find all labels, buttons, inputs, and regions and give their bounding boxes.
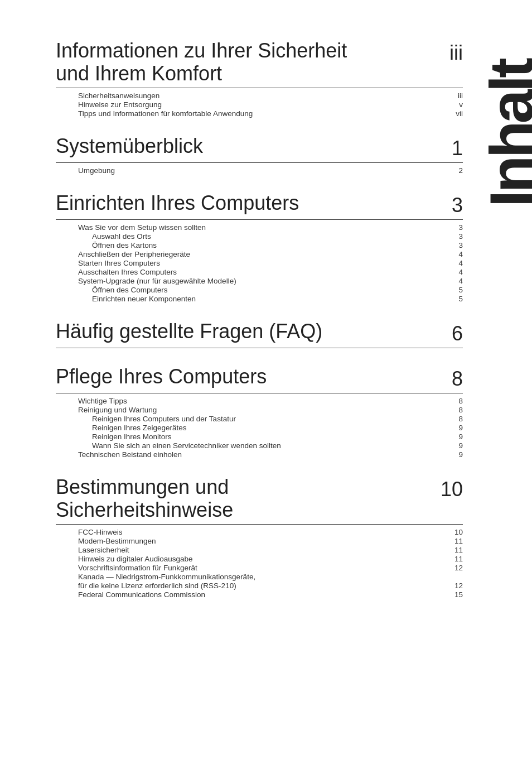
section-setup-page: 3 xyxy=(452,191,463,217)
list-item: Technischen Beistand einholen9 xyxy=(56,450,463,459)
sub-item-text: Wichtige Tipps xyxy=(56,397,127,405)
sub-item-page: 3 xyxy=(458,232,463,241)
section-regulations-page: 10 xyxy=(441,475,463,501)
sub-item-page: 4 xyxy=(458,250,463,258)
sub-item-text: Einrichten neuer Komponenten xyxy=(56,295,196,303)
list-item: Einrichten neuer Komponenten5 xyxy=(56,295,463,303)
list-item: System-Upgrade (nur für ausgewählte Mode… xyxy=(56,277,463,285)
sub-item-page: 15 xyxy=(454,590,463,599)
list-item: Sicherheitsanweisungeniii xyxy=(56,92,463,100)
list-item: für die keine Lizenz erforderlich sind (… xyxy=(56,582,463,590)
section-regulations-title: Bestimmungen undSicherheitshinweise xyxy=(56,475,233,522)
sub-item-page: 9 xyxy=(458,433,463,441)
section-safety-header: Informationen zu Ihrer Sicherheitund Ihr… xyxy=(56,39,463,88)
sub-item-page: 11 xyxy=(454,555,463,563)
list-item: Öffnen des Computers5 xyxy=(56,286,463,294)
inhalt-label: Inhalt xyxy=(481,60,533,207)
sub-item-text: Hinweise zur Entsorgung xyxy=(56,100,162,109)
sub-item-page: 5 xyxy=(458,295,463,303)
section-safety-subitems: SicherheitsanweisungeniiiHinweise zur En… xyxy=(56,92,463,118)
sub-item-text: Auswahl des Orts xyxy=(56,232,151,241)
sub-item-page: 10 xyxy=(454,528,463,536)
sub-item-text: Modem-Bestimmungen xyxy=(56,537,156,545)
sub-item-page: 8 xyxy=(458,415,463,423)
sub-item-text: Wann Sie sich an einen Servicetechniker … xyxy=(56,441,281,450)
list-item: Wichtige Tipps8 xyxy=(56,397,463,405)
side-label: Inhalt xyxy=(490,22,532,246)
sub-item-text: System-Upgrade (nur für ausgewählte Mode… xyxy=(56,277,236,285)
list-item: Reinigen Ihres Zeigegerätes9 xyxy=(56,424,463,432)
sub-item-page: 8 xyxy=(458,406,463,414)
section-faq-title: Häufig gestellte Fragen (FAQ) xyxy=(56,320,322,343)
list-item: Reinigung und Wartung8 xyxy=(56,406,463,414)
section-system-subitems: Umgebung2 xyxy=(56,166,463,175)
section-safety: Informationen zu Ihrer Sicherheitund Ihr… xyxy=(56,39,463,118)
sub-item-text: Anschließen der Peripheriegeräte xyxy=(56,250,190,258)
section-safety-page: iii xyxy=(449,39,463,65)
list-item: Tipps und Informationen für komfortable … xyxy=(56,109,463,118)
list-item: Auswahl des Orts3 xyxy=(56,232,463,241)
section-system-title: Systemüberblick xyxy=(56,134,203,157)
page-container: Inhalt Informationen zu Ihrer Sicherheit… xyxy=(0,0,532,764)
list-item: Reinigen Ihres Computers und der Tastatu… xyxy=(56,415,463,423)
sub-item-page: 3 xyxy=(458,241,463,249)
sub-item-text: für die keine Lizenz erforderlich sind (… xyxy=(56,582,236,590)
section-system-page: 1 xyxy=(452,134,463,160)
section-system: Systemüberblick1Umgebung2 xyxy=(56,134,463,175)
sub-item-text: Öffnen des Computers xyxy=(56,286,168,294)
list-item: Ausschalten Ihres Computers4 xyxy=(56,268,463,276)
sub-item-text: Öffnen des Kartons xyxy=(56,241,157,249)
section-care-page: 8 xyxy=(452,365,463,391)
section-setup: Einrichten Ihres Computers3Was Sie vor d… xyxy=(56,191,463,303)
sub-item-text: Kanada — Niedrigstrom-Funkkommunikations… xyxy=(56,573,255,581)
sub-item-page: 8 xyxy=(458,397,463,405)
sub-item-page: 4 xyxy=(458,277,463,285)
sub-item-page: 4 xyxy=(458,268,463,276)
section-care: Pflege Ihres Computers8Wichtige Tipps8Re… xyxy=(56,365,463,459)
list-item: Starten Ihres Computers4 xyxy=(56,259,463,267)
sub-item-page: 9 xyxy=(458,424,463,432)
sub-item-page: 3 xyxy=(458,223,463,232)
sub-item-page: 9 xyxy=(458,441,463,450)
section-safety-title: Informationen zu Ihrer Sicherheitund Ihr… xyxy=(56,39,347,85)
sub-item-text: Vorschriftsinformation für Funkgerät xyxy=(56,564,197,572)
sub-item-page: 12 xyxy=(454,582,463,590)
section-faq-header: Häufig gestellte Fragen (FAQ)6 xyxy=(56,320,463,348)
list-item: Hinweis zu digitaler Audioausgabe11 xyxy=(56,555,463,563)
sub-item-text: Reinigung und Wartung xyxy=(56,406,157,414)
sub-item-text: Lasersicherheit xyxy=(56,546,129,554)
list-item: Federal Communications Commission15 xyxy=(56,590,463,599)
sub-item-text: Reinigen Ihres Monitors xyxy=(56,433,172,441)
sub-item-text: Ausschalten Ihres Computers xyxy=(56,268,177,276)
section-care-header: Pflege Ihres Computers8 xyxy=(56,365,463,393)
sub-item-text: Federal Communications Commission xyxy=(56,590,205,599)
sub-item-page: vii xyxy=(456,109,463,118)
list-item: Reinigen Ihres Monitors9 xyxy=(56,433,463,441)
sub-item-page: v xyxy=(459,100,463,109)
sub-item-page: 9 xyxy=(458,450,463,459)
sub-item-text: Umgebung xyxy=(56,166,115,175)
section-regulations: Bestimmungen undSicherheitshinweise10FCC… xyxy=(56,475,463,599)
list-item: Hinweise zur Entsorgungv xyxy=(56,100,463,109)
sub-item-text: Hinweis zu digitaler Audioausgabe xyxy=(56,555,193,563)
sub-item-text: FCC-Hinweis xyxy=(56,528,123,536)
section-regulations-header: Bestimmungen undSicherheitshinweise10 xyxy=(56,475,463,525)
list-item: Anschließen der Peripheriegeräte4 xyxy=(56,250,463,258)
sub-item-page: 4 xyxy=(458,259,463,267)
section-setup-subitems: Was Sie vor dem Setup wissen sollten3Aus… xyxy=(56,223,463,303)
list-item: FCC-Hinweis10 xyxy=(56,528,463,536)
sub-item-text: Tipps und Informationen für komfortable … xyxy=(56,109,253,118)
section-faq: Häufig gestellte Fragen (FAQ)6 xyxy=(56,320,463,348)
section-setup-header: Einrichten Ihres Computers3 xyxy=(56,191,463,220)
sub-item-page: 2 xyxy=(458,166,463,175)
toc-content: Informationen zu Ihrer Sicherheitund Ihr… xyxy=(56,39,463,599)
sub-item-text: Technischen Beistand einholen xyxy=(56,450,182,459)
section-regulations-subitems: FCC-Hinweis10Modem-Bestimmungen11Lasersi… xyxy=(56,528,463,599)
section-care-title: Pflege Ihres Computers xyxy=(56,365,267,388)
sub-item-page: 12 xyxy=(454,564,463,572)
section-setup-title: Einrichten Ihres Computers xyxy=(56,191,299,214)
sub-item-page: 5 xyxy=(458,286,463,294)
list-item: Umgebung2 xyxy=(56,166,463,175)
list-item: Lasersicherheit11 xyxy=(56,546,463,554)
section-system-header: Systemüberblick1 xyxy=(56,134,463,163)
